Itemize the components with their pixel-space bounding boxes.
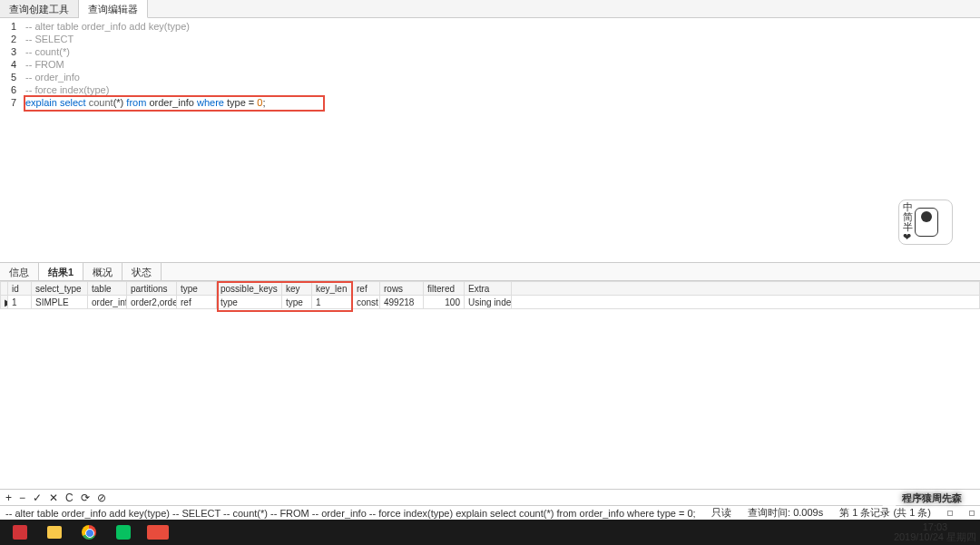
view-mode-icon[interactable]	[969, 511, 975, 516]
col-select-type[interactable]: select_type	[32, 282, 88, 296]
col-rows[interactable]: rows	[380, 282, 424, 296]
status-time: 查询时间: 0.009s	[748, 506, 823, 520]
clock-date: 2019/10/24 星期四	[894, 532, 976, 542]
app-icon	[147, 525, 169, 540]
col-table[interactable]: table	[88, 282, 127, 296]
tab-status[interactable]: 状态	[122, 263, 162, 280]
code-highlight-box	[24, 95, 325, 112]
tab-result1[interactable]: 结果1	[39, 263, 83, 280]
tab-info[interactable]: 信息	[0, 263, 39, 280]
col-ref[interactable]: ref	[353, 282, 380, 296]
delete-row-button[interactable]: −	[19, 491, 25, 504]
view-mode-icon[interactable]	[947, 511, 953, 516]
cell[interactable]: SIMPLE	[32, 296, 88, 309]
system-clock[interactable]: 17:03 2019/10/24 星期四	[894, 522, 976, 542]
top-tabs: 查询创建工具 查询编辑器	[0, 0, 980, 18]
badge-line: ❤	[903, 232, 913, 242]
wechat-icon	[116, 525, 131, 540]
cell[interactable]: type	[217, 296, 282, 309]
tab-query-editor[interactable]: 查询编辑器	[79, 0, 148, 18]
taskbar-chrome[interactable]	[73, 521, 105, 543]
col-partitions[interactable]: partitions	[127, 282, 177, 296]
blank-area	[0, 312, 980, 489]
result-grid[interactable]: id select_type table partitions type pos…	[0, 281, 980, 312]
tab-overview[interactable]: 概况	[83, 263, 122, 280]
refresh-button[interactable]: ⟳	[81, 491, 90, 504]
chrome-icon	[82, 525, 96, 540]
cell[interactable]: 1	[312, 296, 353, 309]
col-type[interactable]: type	[177, 282, 217, 296]
cell[interactable]: order2,order3	[127, 296, 177, 309]
apply-button[interactable]: ✓	[33, 491, 42, 504]
status-readonly: 只读	[711, 506, 731, 520]
cell[interactable]: Using inde	[465, 296, 512, 309]
cell[interactable]: 100	[424, 296, 465, 309]
taskbar-app[interactable]	[142, 521, 174, 543]
col-id[interactable]: id	[8, 282, 32, 296]
col-key[interactable]: key	[282, 282, 312, 296]
status-records: 第 1 条记录 (共 1 条)	[839, 506, 931, 520]
cell[interactable]: 499218	[380, 296, 424, 309]
taskbar-explorer[interactable]	[38, 521, 71, 543]
c-button[interactable]: C	[65, 491, 74, 504]
table-row[interactable]: ▶ 1 SIMPLE order_info order2,order3 ref …	[1, 296, 980, 309]
col-filtered[interactable]: filtered	[424, 282, 465, 296]
cell[interactable]: order_info	[88, 296, 127, 309]
col-extra[interactable]: Extra	[465, 282, 512, 296]
status-sql: -- alter table order_info add key(type) …	[5, 508, 696, 519]
line-gutter: 1234567	[0, 20, 20, 109]
author-badge: 中 简 半 ❤	[898, 200, 953, 245]
status-bar: -- alter table order_info add key(type) …	[0, 505, 980, 520]
tab-query-tool[interactable]: 查询创建工具	[0, 0, 79, 17]
stop-button[interactable]: ⊘	[97, 491, 106, 504]
grid-header-row: id select_type table partitions type pos…	[1, 282, 980, 296]
cell[interactable]: ref	[177, 296, 217, 309]
folder-icon	[47, 526, 62, 539]
taskbar-edge[interactable]	[4, 521, 36, 543]
edge-icon	[13, 525, 27, 540]
add-row-button[interactable]: +	[5, 491, 12, 504]
grid-toolbar: + − ✓ ✕ C ⟳ ⊘	[0, 489, 980, 505]
cell[interactable]: const	[353, 296, 380, 309]
cell[interactable]: 1	[8, 296, 32, 309]
taskbar-wechat[interactable]	[107, 521, 140, 543]
windows-taskbar: 17:03 2019/10/24 星期四	[0, 520, 980, 545]
result-tabs: 信息 结果1 概况 状态	[0, 263, 980, 281]
cell[interactable]: type	[282, 296, 312, 309]
cancel-button[interactable]: ✕	[49, 491, 58, 504]
sql-editor[interactable]: 1234567 -- alter table order_info add ke…	[0, 18, 980, 263]
col-possible-keys[interactable]: possible_keys	[217, 282, 282, 296]
col-key-len[interactable]: key_len	[312, 282, 353, 296]
row-indicator-icon: ▶	[1, 296, 8, 309]
avatar-icon	[915, 208, 938, 237]
